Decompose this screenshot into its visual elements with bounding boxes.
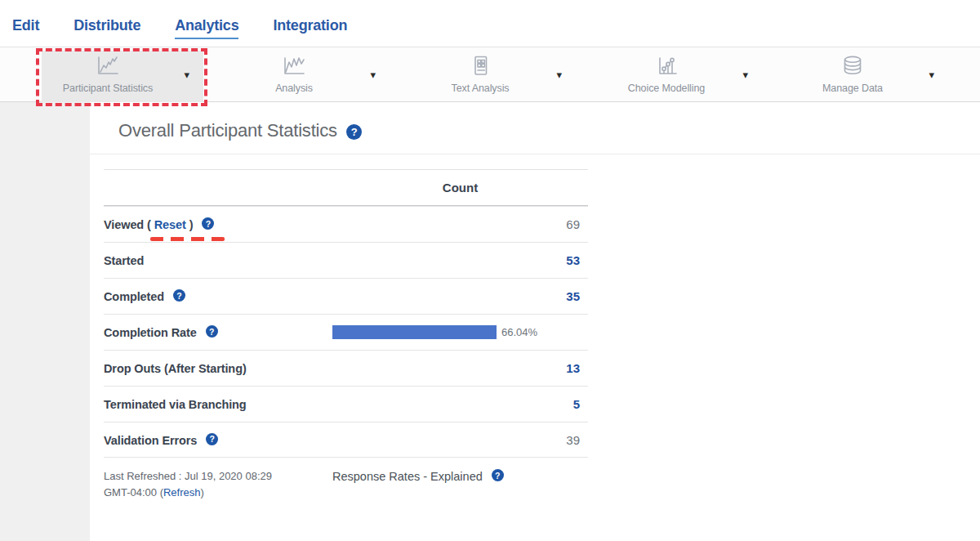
chevron-down-icon[interactable]: ▾ xyxy=(184,69,189,81)
count-column-header: Count xyxy=(332,181,588,194)
table-row-viewed: Viewed ( Reset ) ? 69 xyxy=(104,206,588,242)
main-nav: Edit Distribute Analytics Integration xyxy=(12,17,980,39)
row-value: 5 xyxy=(332,397,588,411)
help-icon[interactable]: ? xyxy=(173,289,185,302)
document-grid-icon xyxy=(468,55,492,80)
scatter-chart-icon xyxy=(654,55,679,80)
row-label: Viewed ( xyxy=(104,218,154,231)
chevron-down-icon[interactable]: ▾ xyxy=(742,69,748,81)
nav-item-edit[interactable]: Edit xyxy=(12,17,39,38)
toolbar-item-analysis[interactable]: Analysis ▾ xyxy=(201,47,387,101)
row-label: Completed xyxy=(104,290,164,303)
toolbar-item-label: Text Analysis xyxy=(452,83,510,94)
row-label: Drop Outs (After Starting) xyxy=(104,362,332,375)
toolbar-item-manage-data[interactable]: Manage Data ▾ xyxy=(760,47,946,101)
chevron-down-icon[interactable]: ▾ xyxy=(556,69,562,81)
help-icon[interactable]: ? xyxy=(206,433,218,445)
row-value: 35 xyxy=(332,289,588,303)
top-bar: Edit Distribute Analytics Integration xyxy=(0,0,980,47)
response-rates-label: Response Rates - Explained xyxy=(332,470,483,483)
statistics-table: Count Viewed ( Reset ) ? 69 Started 53 C… xyxy=(104,169,588,458)
toolbar-item-label: Manage Data xyxy=(822,83,883,94)
row-value: 69 xyxy=(332,217,588,231)
table-footer: Last Refreshed : Jul 19, 2020 08:29 GMT-… xyxy=(104,468,588,500)
content-area: Overall Participant Statistics ? Count V… xyxy=(0,102,980,541)
timezone-text: GMT-04:00 ( xyxy=(104,486,163,499)
table-row-validation-errors: Validation Errors ? 39 xyxy=(104,422,588,458)
table-row-completion-rate: Completion Rate ? 66.04% xyxy=(104,314,588,350)
refresh-link[interactable]: Refresh xyxy=(163,486,201,499)
table-row-completed: Completed ? 35 xyxy=(104,278,588,314)
row-label: Started xyxy=(104,254,332,267)
toolbar-item-participant-statistics[interactable]: Participant Statistics ▾ xyxy=(15,47,201,101)
row-label: Validation Errors xyxy=(104,433,197,446)
chevron-down-icon[interactable]: ▾ xyxy=(370,69,376,81)
completion-rate-value: 66.04% xyxy=(501,326,537,338)
database-icon xyxy=(840,55,865,80)
nav-item-distribute[interactable]: Distribute xyxy=(74,17,140,38)
toolbar-item-label: Choice Modelling xyxy=(628,83,705,94)
help-icon[interactable]: ? xyxy=(202,217,214,230)
row-value: 39 xyxy=(332,433,588,447)
row-value: 53 xyxy=(332,253,588,267)
toolbar-item-label: Analysis xyxy=(275,83,313,94)
participant-statistics-card: Overall Participant Statistics ? Count V… xyxy=(90,102,980,541)
toolbar-item-text-analysis[interactable]: Text Analysis ▾ xyxy=(387,47,573,101)
timezone-text: ) xyxy=(201,486,204,499)
row-label: Terminated via Branching xyxy=(104,398,332,411)
annotation-dashed-underline xyxy=(150,237,225,241)
table-row-terminated: Terminated via Branching 5 xyxy=(104,386,588,422)
zigzag-chart-icon xyxy=(282,55,306,80)
row-label: Completion Rate xyxy=(104,326,197,339)
row-label: ) xyxy=(186,218,194,231)
analytics-toolbar: Participant Statistics ▾ Analysis ▾ xyxy=(0,47,980,102)
table-row-started: Started 53 xyxy=(104,242,588,278)
completion-rate-bar xyxy=(332,325,497,339)
reset-link[interactable]: Reset xyxy=(154,218,186,231)
table-row-drop-outs: Drop Outs (After Starting) 13 xyxy=(104,350,588,386)
card-header: Overall Participant Statistics ? xyxy=(90,102,980,154)
toolbar-item-choice-modelling[interactable]: Choice Modelling ▾ xyxy=(573,47,760,101)
help-icon[interactable]: ? xyxy=(346,124,362,140)
toolbar-item-label: Participant Statistics xyxy=(63,83,153,94)
line-chart-icon xyxy=(96,55,120,80)
table-header-row: Count xyxy=(104,169,588,206)
last-refreshed-text: Last Refreshed : Jul 19, 2020 08:29 xyxy=(104,470,272,482)
row-value: 13 xyxy=(332,361,588,375)
chevron-down-icon[interactable]: ▾ xyxy=(929,69,934,81)
help-icon[interactable]: ? xyxy=(206,325,218,338)
help-icon[interactable]: ? xyxy=(492,469,504,481)
nav-item-analytics[interactable]: Analytics xyxy=(175,17,238,39)
page-title: Overall Participant Statistics xyxy=(118,120,337,141)
nav-item-integration[interactable]: Integration xyxy=(273,17,347,38)
